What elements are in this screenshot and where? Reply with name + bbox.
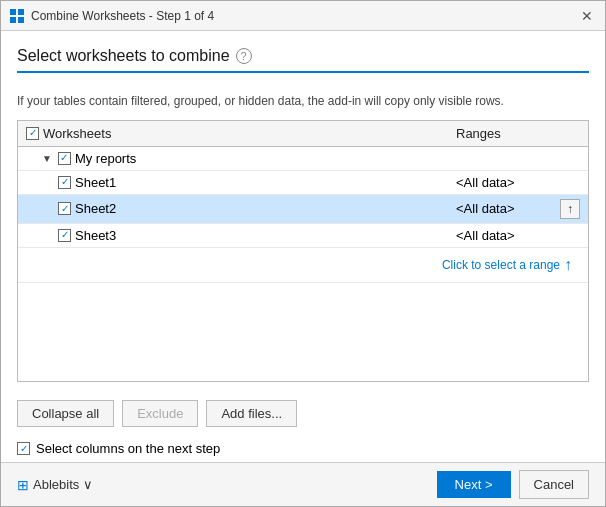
arrow-right-icon: ↑ [564, 256, 572, 274]
section-title-row: Select worksheets to combine ? [17, 47, 589, 65]
table-row[interactable]: Sheet2 <All data> ↑ [18, 194, 588, 223]
group-range-cell [448, 146, 588, 170]
add-files-button[interactable]: Add files... [206, 400, 297, 427]
sheet2-checkbox[interactable] [58, 202, 71, 215]
col-ranges: Ranges [448, 121, 588, 147]
section-divider [17, 71, 589, 73]
worksheets-table: Worksheets Ranges ▼ My reports [18, 121, 588, 283]
sheet3-label: Sheet3 [75, 228, 116, 243]
svg-rect-0 [10, 9, 16, 15]
col-worksheets-label: Worksheets [43, 126, 111, 141]
select-columns-label: Select columns on the next step [36, 441, 220, 456]
brand-dropdown-icon: ∨ [83, 477, 93, 492]
table-row[interactable]: Sheet3 <All data> [18, 223, 588, 247]
brand-icon: ⊞ [17, 477, 29, 493]
sheet3-range: <All data> [448, 223, 588, 247]
sheet1-label: Sheet1 [75, 175, 116, 190]
sheet1-range: <All data> [448, 170, 588, 194]
collapse-all-button[interactable]: Collapse all [17, 400, 114, 427]
group-checkbox[interactable] [58, 152, 71, 165]
sheet3-checkbox[interactable] [58, 229, 71, 242]
action-buttons-row: Collapse all Exclude Add files... [17, 392, 589, 435]
brand-area[interactable]: ⊞ Ablebits ∨ [17, 477, 93, 493]
worksheets-table-container: Worksheets Ranges ▼ My reports [17, 120, 589, 382]
table-row[interactable]: ▼ My reports [18, 146, 588, 170]
select-all-checkbox[interactable] [26, 127, 39, 140]
table-row: Click to select a range ↑ [18, 247, 588, 282]
group-cell: ▼ My reports [18, 146, 448, 170]
col-worksheets: Worksheets [18, 121, 448, 147]
select-range-button[interactable]: ↑ [560, 199, 580, 219]
app-icon [9, 8, 25, 24]
sheet3-cell: Sheet3 [18, 223, 448, 247]
exclude-button[interactable]: Exclude [122, 400, 198, 427]
svg-rect-1 [18, 9, 24, 15]
click-to-select-cell: Click to select a range ↑ [18, 247, 588, 282]
group-label: My reports [75, 151, 136, 166]
table-row[interactable]: Sheet1 <All data> [18, 170, 588, 194]
sheet2-cell: Sheet2 [18, 194, 448, 223]
select-columns-row: Select columns on the next step [17, 435, 589, 462]
section-header: Select worksheets to combine ? [17, 47, 589, 83]
svg-rect-3 [18, 17, 24, 23]
info-text: If your tables contain filtered, grouped… [17, 93, 589, 110]
main-content: Select worksheets to combine ? If your t… [1, 31, 605, 462]
sheet1-checkbox[interactable] [58, 176, 71, 189]
titlebar: Combine Worksheets - Step 1 of 4 ✕ [1, 1, 605, 31]
collapse-arrow-icon: ▼ [42, 153, 52, 164]
brand-label: Ablebits [33, 477, 79, 492]
help-icon[interactable]: ? [236, 48, 252, 64]
select-columns-checkbox[interactable] [17, 442, 30, 455]
svg-rect-2 [10, 17, 16, 23]
main-window: Combine Worksheets - Step 1 of 4 ✕ Selec… [0, 0, 606, 507]
table-header-row: Worksheets Ranges [18, 121, 588, 147]
cancel-button[interactable]: Cancel [519, 470, 589, 499]
window-title: Combine Worksheets - Step 1 of 4 [31, 9, 577, 23]
click-to-select-label: Click to select a range [442, 258, 560, 272]
footer: ⊞ Ablebits ∨ Next > Cancel [1, 462, 605, 506]
next-button[interactable]: Next > [437, 471, 511, 498]
sheet2-label: Sheet2 [75, 201, 116, 216]
section-title-text: Select worksheets to combine [17, 47, 230, 65]
close-button[interactable]: ✕ [577, 6, 597, 26]
sheet2-range-value: <All data> [456, 201, 515, 216]
sheet2-range: <All data> ↑ [448, 194, 588, 223]
sheet1-cell: Sheet1 [18, 170, 448, 194]
